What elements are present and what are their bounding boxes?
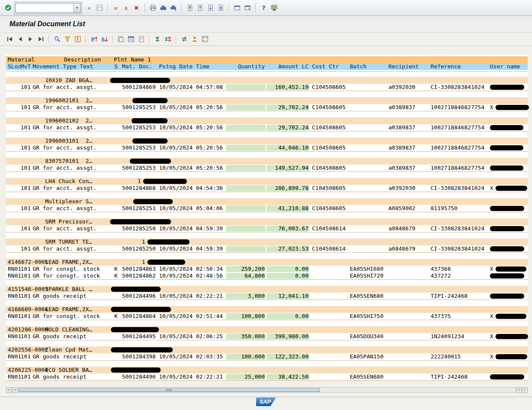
document-row[interactable]: RN01101GR goods receipt500128449510/05/2… xyxy=(6,333,528,340)
document-row[interactable]: 101GR for acct. assgt.500128486810/05/20… xyxy=(6,185,528,192)
recipient: a0389837 xyxy=(388,144,416,151)
exceptions-icon[interactable] xyxy=(73,35,82,44)
back-icon[interactable]: « xyxy=(111,3,120,12)
previous-item-icon[interactable] xyxy=(15,35,24,44)
batch: EA05SHI750 xyxy=(350,313,383,319)
scroll-right-button[interactable]: › xyxy=(12,387,18,393)
material-header-row[interactable]: 10X10 ZAD BGA… xyxy=(6,77,528,84)
movement-type-text: GR goods receipt xyxy=(33,353,86,360)
page-down-icon[interactable] xyxy=(206,3,215,12)
header-mat-doc: Mat. Doc. xyxy=(122,63,152,70)
word-processing-icon[interactable] xyxy=(137,35,146,44)
material-group: 4201286-0006MOLD CLEANING…RN01101GR good… xyxy=(6,326,528,340)
time: 05:20:56 xyxy=(196,104,223,110)
document-row[interactable]: RN01101GR for consgt. stockK500128486210… xyxy=(6,272,528,279)
scrollbar-track[interactable] xyxy=(18,387,516,393)
document-row[interactable]: 101GR for acct. assgt.500128525010/05/20… xyxy=(6,245,528,252)
exit-icon[interactable]: ∧ xyxy=(122,3,131,12)
copy-icon[interactable] xyxy=(116,35,125,44)
material-document: 5001285250 xyxy=(122,245,156,252)
movement-type: 101 xyxy=(21,84,31,90)
quantity: 100.000 xyxy=(226,354,266,360)
scroll-left-button[interactable]: ‹ xyxy=(6,387,12,393)
quantity xyxy=(226,205,266,211)
material-header-row[interactable]: 1996003101 2… xyxy=(6,138,528,144)
reference: 437375 xyxy=(431,313,451,319)
material-header-row[interactable]: 4201286-0006MOLD CLEANING… xyxy=(6,326,528,333)
document-row[interactable]: 101GR for acct. assgt.500128525310/05/20… xyxy=(6,165,528,171)
customize-layout-icon[interactable] xyxy=(269,3,278,12)
document-row[interactable]: RN01101GR for consgt. stockK500128486410… xyxy=(6,313,528,320)
sort-ascending-icon[interactable] xyxy=(89,35,98,44)
collapse-icon[interactable]: « xyxy=(85,3,94,12)
material-header-row[interactable]: 4166689-0004LEAD FRAME,2X… xyxy=(6,306,528,313)
material-header-row[interactable]: 1996002101 2… xyxy=(6,97,528,104)
document-row[interactable]: 101GR for acct. assgt.500128525110/05/20… xyxy=(6,205,528,212)
material-header-row[interactable]: Multiplexer S… xyxy=(6,198,528,205)
material-header-row[interactable]: 4146672-0005LEAD FRAME,2X…1 xyxy=(6,259,528,266)
document-row[interactable]: RN01101GR goods receipt500128449610/05/2… xyxy=(6,373,528,380)
material-header-row[interactable]: 1996002102 2… xyxy=(6,117,528,124)
command-dropdown-icon[interactable]: ▾ xyxy=(73,3,80,12)
spreadsheet-view-icon[interactable] xyxy=(126,35,135,44)
document-row[interactable]: RN01101GR goods receipt500128439810/05/2… xyxy=(6,353,528,360)
posting-date: 10/05/2024 xyxy=(159,84,193,90)
movement-type: 101 xyxy=(21,225,31,232)
choose-layout-icon[interactable] xyxy=(200,35,209,44)
sort-descending-icon[interactable] xyxy=(100,35,109,44)
next-item-icon[interactable] xyxy=(26,35,35,44)
subtotal-icon[interactable]: Σ xyxy=(163,35,172,44)
scroll-left-button-2[interactable]: ‹ xyxy=(516,387,522,393)
new-session-icon[interactable] xyxy=(232,3,242,12)
material-header-row[interactable]: 4206225-0004ECO SOLDER BA… xyxy=(6,367,528,373)
last-item-icon[interactable] xyxy=(36,35,45,44)
time: 05:20:56 xyxy=(196,165,223,171)
material-description: SRM TURRET TE… xyxy=(45,239,92,245)
document-row[interactable]: 101GR for acct. assgt.500128525310/05/20… xyxy=(6,104,528,111)
print-preview-icon[interactable] xyxy=(180,35,189,44)
movement-type: 101 xyxy=(21,245,31,252)
header-batch: Batch xyxy=(350,63,367,70)
command-field[interactable] xyxy=(16,4,73,12)
material-header-row[interactable]: SRM Precissor… xyxy=(6,218,528,225)
material-header-row[interactable]: SRM TURRET TE…1 xyxy=(6,239,528,245)
material-description: MOLD CLEANING… xyxy=(45,326,92,333)
page-up-icon[interactable] xyxy=(196,3,205,12)
last-page-icon[interactable] xyxy=(216,3,225,12)
document-row[interactable]: RN01101GR for consgt. stockK500128486310… xyxy=(6,266,528,272)
sloc: RN01 xyxy=(8,293,21,299)
quantity xyxy=(226,145,266,151)
user-settings-icon[interactable] xyxy=(190,35,199,44)
total-icon[interactable]: Σ xyxy=(153,35,162,44)
posting-date: 10/05/2024 xyxy=(159,266,193,272)
help-icon[interactable]: ? xyxy=(259,3,268,12)
print-icon[interactable] xyxy=(148,3,157,12)
set-filter-icon[interactable] xyxy=(63,35,72,44)
scroll-right-button-2[interactable]: › xyxy=(522,387,528,393)
material-document: 5001284495 xyxy=(122,333,156,340)
user-name-redacted xyxy=(495,266,526,272)
document-row[interactable]: 101GR for acct. assgt.500128525310/05/20… xyxy=(6,124,528,131)
document-row[interactable]: 101GR for acct. assgt.500128486910/05/20… xyxy=(6,84,528,91)
material-header-row[interactable]: 4151546-0003SPARKLE BALL … xyxy=(6,286,528,293)
choose-detail-icon[interactable] xyxy=(52,35,61,44)
first-item-icon[interactable] xyxy=(5,35,14,44)
toolbar-separator xyxy=(144,3,145,12)
material-header-row[interactable]: LH4 Chuck Con…1 xyxy=(6,178,528,185)
toolbar-separator xyxy=(176,35,176,43)
document-row[interactable]: RN01101GR goods receipt500128449610/05/2… xyxy=(6,293,528,300)
find-next-icon[interactable] xyxy=(169,3,178,12)
enter-icon[interactable] xyxy=(3,3,12,12)
scrollbar-thumb[interactable] xyxy=(19,388,320,392)
create-shortcut-icon[interactable] xyxy=(243,3,252,12)
cost-center: C104508605 xyxy=(312,185,345,191)
document-row[interactable]: 101GR for acct. assgt.500128525010/05/20… xyxy=(6,225,528,232)
first-page-icon[interactable] xyxy=(185,3,194,12)
material-header-row[interactable]: 8307570101 2… xyxy=(6,158,528,165)
amount-lc: 0.00 xyxy=(266,273,309,279)
document-row[interactable]: 101GR for acct. assgt.500128525310/05/20… xyxy=(6,144,528,151)
material-header-row[interactable]: 4202556-0002Clean Cpd Mat… xyxy=(6,346,528,353)
find-icon[interactable] xyxy=(159,3,168,12)
cancel-icon[interactable]: ✖ xyxy=(132,3,141,12)
material-document: 5001284869 xyxy=(122,84,156,90)
